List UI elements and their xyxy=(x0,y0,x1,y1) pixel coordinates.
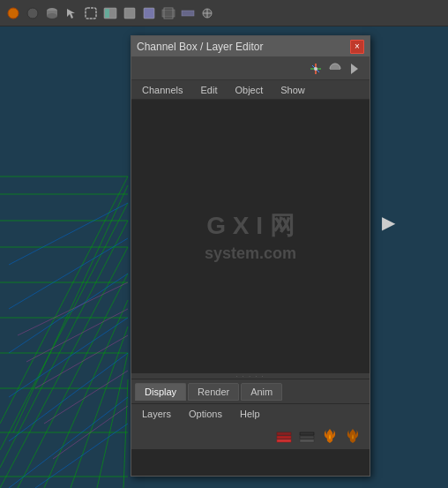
layer-icons-row xyxy=(131,423,370,449)
layer-icon-delete[interactable] xyxy=(320,426,340,446)
layer-content-area xyxy=(131,449,370,476)
menu-options[interactable]: Options xyxy=(185,407,226,421)
svg-rect-54 xyxy=(330,69,340,70)
layer-menubar: Layers Options Help xyxy=(131,403,370,423)
panel-title: Channel Box / Layer Editor xyxy=(137,41,263,53)
tab-render[interactable]: Render xyxy=(188,383,239,401)
svg-rect-59 xyxy=(300,439,314,442)
svg-marker-55 xyxy=(351,64,358,74)
svg-rect-41 xyxy=(105,9,109,18)
channel-box-menubar: Channels Edit Object Show xyxy=(131,80,370,100)
svg-rect-43 xyxy=(144,8,154,19)
svg-point-34 xyxy=(27,8,38,19)
layer-icon-new-display[interactable] xyxy=(297,426,317,446)
svg-rect-42 xyxy=(124,8,135,19)
halfcircle-icon[interactable] xyxy=(327,61,343,77)
watermark: G X I 网 system.com xyxy=(205,208,296,265)
menu-channels[interactable]: Channels xyxy=(138,83,186,97)
close-button[interactable]: × xyxy=(350,40,364,54)
svg-point-33 xyxy=(8,8,19,19)
toolbar-icon-move[interactable] xyxy=(102,5,118,21)
svg-point-37 xyxy=(47,13,57,19)
svg-marker-38 xyxy=(67,9,75,19)
tab-display[interactable]: Display xyxy=(135,383,186,401)
channel-box-content: G X I 网 system.com xyxy=(131,100,370,373)
menu-layers[interactable]: Layers xyxy=(138,407,175,421)
toolbar-icon-dark[interactable] xyxy=(25,5,41,21)
tab-anim[interactable]: Anim xyxy=(241,383,282,401)
toolbar-icon-orange[interactable] xyxy=(5,5,21,21)
svg-rect-46 xyxy=(182,11,194,16)
menu-edit[interactable]: Edit xyxy=(197,83,220,97)
svg-rect-56 xyxy=(277,439,291,442)
channel-box-icon-row xyxy=(131,57,370,80)
channel-box-panel: Channel Box / Layer Editor × xyxy=(131,35,370,477)
navigate-icon[interactable] xyxy=(347,61,362,77)
svg-rect-57 xyxy=(277,436,291,439)
svg-rect-39 xyxy=(86,8,96,19)
toolbar-icon-cylinder[interactable] xyxy=(44,5,60,21)
svg-rect-58 xyxy=(277,432,291,435)
toolbar-icon-extra2[interactable] xyxy=(199,5,215,21)
svg-rect-60 xyxy=(300,436,314,439)
top-toolbar xyxy=(0,0,448,26)
toolbar-icon-arrow[interactable] xyxy=(63,5,79,21)
toolbar-icon-lasso[interactable] xyxy=(83,5,99,21)
toolbar-icon-snap[interactable] xyxy=(161,5,176,21)
toolbar-icon-scale[interactable] xyxy=(141,5,157,21)
toolbar-icon-extra1[interactable] xyxy=(180,5,196,21)
svg-point-53 xyxy=(314,67,317,71)
menu-object[interactable]: Object xyxy=(231,83,266,97)
channel-box-titlebar: Channel Box / Layer Editor × xyxy=(131,36,370,57)
layer-icon-new-render[interactable] xyxy=(274,426,294,446)
layer-icon-membership[interactable] xyxy=(343,426,362,446)
channel-box-tabs: Display Render Anim xyxy=(131,379,370,403)
toolbar-icon-rotate[interactable] xyxy=(122,5,138,21)
menu-help[interactable]: Help xyxy=(236,407,264,421)
svg-rect-61 xyxy=(300,432,314,435)
menu-show[interactable]: Show xyxy=(277,83,309,97)
axis-icon[interactable] xyxy=(308,61,324,77)
